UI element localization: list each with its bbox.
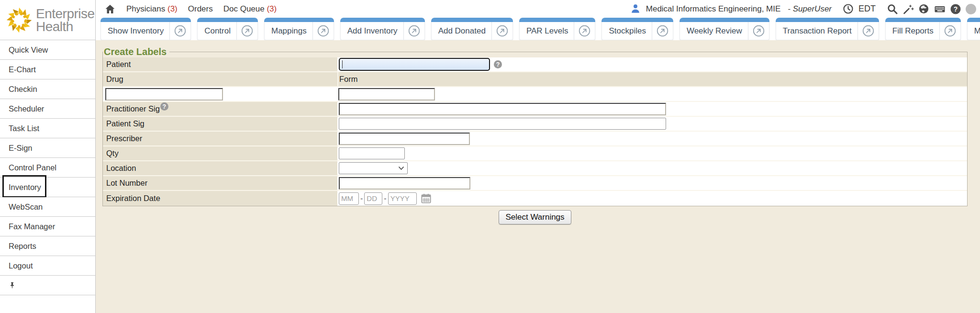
sidebar-item-quick-view[interactable]: Quick View — [0, 40, 95, 60]
home-icon[interactable] — [104, 3, 116, 15]
physicians-count: (3) — [165, 4, 178, 13]
open-in-new-icon[interactable] — [236, 22, 257, 40]
timezone-label: EDT — [858, 4, 876, 14]
sidebar-item-webscan[interactable]: WebScan — [0, 197, 95, 217]
tab-show-inventory[interactable]: Show Inventory — [100, 18, 191, 40]
expiration-day-input[interactable] — [364, 192, 382, 205]
open-in-new-icon[interactable] — [748, 22, 769, 40]
qty-input[interactable] — [339, 147, 405, 159]
tab-mappings[interactable]: Mappings — [264, 18, 334, 40]
create-labels-form: Create Labels Patient ? Drug Form — [102, 46, 968, 206]
lot-number-label: Lot Number — [103, 176, 337, 190]
tab-accent — [100, 18, 191, 22]
date-separator: - — [384, 194, 386, 203]
sidebar-item-e-sign[interactable]: E-Sign — [0, 138, 95, 158]
clock-icon[interactable] — [843, 3, 854, 15]
wand-icon[interactable] — [902, 3, 914, 15]
tab-accent — [264, 18, 334, 22]
tab-par-levels[interactable]: PAR Levels — [519, 18, 596, 40]
keyboard-icon[interactable] — [934, 3, 946, 15]
tab-fill-reports[interactable]: Fill Reports — [885, 18, 961, 40]
practitioner-sig-help-icon[interactable]: ? — [160, 102, 168, 111]
avatar[interactable] — [966, 4, 976, 14]
qty-label: Qty — [103, 146, 337, 160]
tab-accent — [197, 18, 258, 22]
form-legend: Create Labels — [103, 46, 169, 57]
lot-number-row: Lot Number — [103, 176, 967, 191]
sidebar-item-logout[interactable]: Logout — [0, 256, 95, 276]
open-in-new-icon[interactable] — [491, 22, 512, 40]
open-in-new-icon[interactable] — [403, 22, 424, 40]
inventory-tab-bar: Show Inventory Control Mappings Add Inve… — [96, 18, 980, 40]
tab-control[interactable]: Control — [197, 18, 258, 40]
patient-sig-input[interactable] — [339, 118, 666, 130]
sidebar-item-fax-manager[interactable]: Fax Manager — [0, 217, 95, 236]
select-warnings-button[interactable]: Select Warnings — [499, 210, 571, 224]
prescriber-input[interactable] — [339, 133, 470, 145]
tab-accent — [679, 18, 769, 22]
tab-weekly-review[interactable]: Weekly Review — [679, 18, 769, 40]
user-bar: Medical Informatics Engineering, MIE - S… — [630, 3, 976, 15]
patient-sig-row: Patient Sig — [103, 117, 967, 132]
drug-form-input-row — [103, 87, 967, 102]
sidebar-item-checkin[interactable]: Checkin — [0, 79, 95, 99]
tab-transaction-report[interactable]: Transaction Report — [776, 18, 879, 40]
tab-add-donated[interactable]: Add Donated — [431, 18, 513, 40]
sidebar-pin-toggle[interactable] — [0, 276, 95, 295]
tab-med-queue[interactable]: Med Queue — [967, 18, 980, 40]
sidebar-item-e-chart[interactable]: E-Chart — [0, 60, 95, 79]
expiration-month-input[interactable] — [339, 192, 359, 205]
form-input[interactable] — [338, 88, 435, 101]
top-bar: Physicians (3) Orders Doc Queue (3) Medi… — [96, 0, 980, 18]
doc-queue-count: (3) — [265, 4, 277, 13]
drug-input[interactable] — [105, 88, 223, 101]
sidebar: Enterprise Health Quick View E-Chart Che… — [0, 0, 96, 313]
calendar-icon[interactable] — [421, 193, 432, 204]
nav-orders[interactable]: Orders — [188, 4, 213, 14]
expiration-date-label: Expiration Date — [103, 191, 337, 206]
patient-row: Patient ? — [103, 57, 967, 72]
globe-icon[interactable] — [918, 3, 930, 15]
sidebar-nav: Quick View E-Chart Checkin Scheduler Tas… — [0, 40, 95, 295]
form-label: Form — [337, 72, 967, 86]
nav-doc-queue[interactable]: Doc Queue (3) — [223, 4, 277, 14]
date-separator: - — [360, 194, 363, 203]
lot-number-input[interactable] — [339, 177, 470, 190]
expiration-year-input[interactable] — [388, 192, 417, 205]
location-label: Location — [103, 161, 337, 175]
open-in-new-icon[interactable] — [652, 22, 673, 40]
tab-accent — [340, 18, 425, 22]
user-icon — [630, 3, 642, 15]
patient-help-icon[interactable]: ? — [494, 60, 502, 68]
open-in-new-icon[interactable] — [574, 22, 595, 40]
sidebar-item-task-list[interactable]: Task List — [0, 119, 95, 138]
practitioner-sig-label: Practitioner Sig — [106, 104, 160, 113]
prescriber-row: Prescriber — [103, 132, 967, 146]
brand-logo: Enterprise Health — [0, 0, 95, 40]
main-content: Create Labels Patient ? Drug Form — [96, 40, 980, 313]
open-in-new-icon[interactable] — [939, 22, 960, 40]
search-icon[interactable] — [887, 3, 898, 15]
open-in-new-icon[interactable] — [858, 22, 879, 40]
sunflower-logo-icon — [6, 7, 33, 34]
tab-accent — [967, 18, 980, 22]
location-select[interactable] — [339, 162, 408, 174]
sidebar-item-scheduler[interactable]: Scheduler — [0, 99, 95, 119]
open-in-new-icon[interactable] — [312, 22, 334, 40]
chevron-down-icon — [398, 166, 404, 170]
location-row: Location — [103, 161, 967, 176]
nav-physicians[interactable]: Physicians (3) — [126, 4, 178, 14]
open-in-new-icon[interactable] — [169, 22, 190, 40]
practitioner-sig-row: Practitioner Sig? — [103, 102, 967, 117]
help-icon[interactable]: ? — [950, 3, 961, 15]
tab-accent — [601, 18, 673, 22]
practitioner-sig-input[interactable] — [339, 103, 666, 115]
top-nav: Physicians (3) Orders Doc Queue (3) — [104, 3, 277, 15]
patient-input[interactable] — [339, 58, 490, 71]
tab-stockpiles[interactable]: Stockpiles — [601, 18, 673, 40]
tab-add-inventory[interactable]: Add Inventory — [340, 18, 425, 40]
sidebar-item-reports[interactable]: Reports — [0, 236, 95, 256]
sidebar-item-inventory[interactable]: Inventory — [0, 178, 95, 197]
sidebar-item-control-panel[interactable]: Control Panel — [0, 158, 95, 178]
tab-accent — [776, 18, 879, 22]
